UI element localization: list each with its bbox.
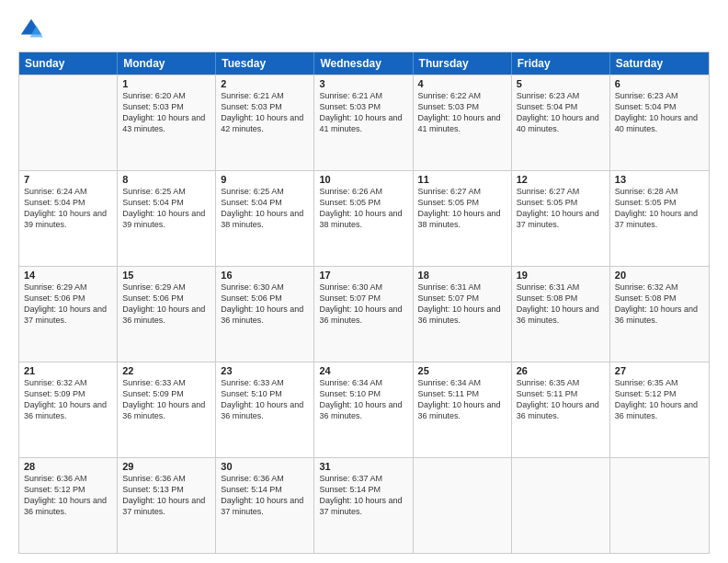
cell-info: Sunrise: 6:31 AMSunset: 5:08 PMDaylight:…	[517, 282, 605, 327]
header-day-sunday: Sunday	[19, 52, 118, 75]
cell-info: Sunrise: 6:35 AMSunset: 5:12 PMDaylight:…	[615, 377, 704, 422]
cell-day-number: 12	[517, 174, 605, 185]
cell-day-number: 1	[122, 78, 210, 89]
cell-info: Sunrise: 6:30 AMSunset: 5:07 PMDaylight:…	[319, 282, 407, 327]
calendar-cell	[610, 458, 709, 553]
calendar-cell: 31Sunrise: 6:37 AMSunset: 5:14 PMDayligh…	[314, 458, 413, 553]
calendar-cell: 25Sunrise: 6:34 AMSunset: 5:11 PMDayligh…	[414, 362, 512, 457]
cell-day-number: 9	[221, 174, 309, 185]
calendar-body: 1Sunrise: 6:20 AMSunset: 5:03 PMDaylight…	[19, 75, 709, 553]
cell-day-number: 24	[319, 365, 407, 376]
calendar-cell: 16Sunrise: 6:30 AMSunset: 5:06 PMDayligh…	[216, 267, 314, 362]
header-day-saturday: Saturday	[610, 52, 709, 75]
cell-day-number: 26	[517, 365, 605, 376]
cell-day-number: 31	[319, 461, 407, 472]
calendar-cell: 10Sunrise: 6:26 AMSunset: 5:05 PMDayligh…	[314, 171, 413, 266]
logo-icon	[18, 17, 44, 42]
cell-info: Sunrise: 6:33 AMSunset: 5:09 PMDaylight:…	[122, 377, 210, 422]
cell-day-number: 29	[122, 461, 210, 472]
cell-info: Sunrise: 6:30 AMSunset: 5:06 PMDaylight:…	[221, 282, 309, 327]
cell-day-number: 5	[517, 78, 605, 89]
calendar: SundayMondayTuesdayWednesdayThursdayFrid…	[18, 52, 710, 554]
cell-info: Sunrise: 6:34 AMSunset: 5:11 PMDaylight:…	[418, 377, 506, 422]
calendar-cell: 20Sunrise: 6:32 AMSunset: 5:08 PMDayligh…	[610, 267, 709, 362]
calendar-cell: 23Sunrise: 6:33 AMSunset: 5:10 PMDayligh…	[216, 362, 314, 457]
cell-day-number: 18	[418, 270, 506, 281]
cell-info: Sunrise: 6:34 AMSunset: 5:10 PMDaylight:…	[319, 377, 407, 422]
cell-day-number: 10	[319, 174, 407, 185]
calendar-cell: 22Sunrise: 6:33 AMSunset: 5:09 PMDayligh…	[118, 362, 216, 457]
cell-info: Sunrise: 6:35 AMSunset: 5:11 PMDaylight:…	[517, 377, 605, 422]
cell-info: Sunrise: 6:29 AMSunset: 5:06 PMDaylight:…	[24, 282, 112, 327]
calendar-cell: 26Sunrise: 6:35 AMSunset: 5:11 PMDayligh…	[512, 362, 610, 457]
cell-day-number: 17	[319, 270, 407, 281]
cell-info: Sunrise: 6:27 AMSunset: 5:05 PMDaylight:…	[418, 186, 506, 231]
calendar-cell: 8Sunrise: 6:25 AMSunset: 5:04 PMDaylight…	[118, 171, 216, 266]
calendar-week-5: 28Sunrise: 6:36 AMSunset: 5:12 PMDayligh…	[19, 457, 709, 553]
calendar-cell: 9Sunrise: 6:25 AMSunset: 5:04 PMDaylight…	[216, 171, 314, 266]
calendar-cell: 29Sunrise: 6:36 AMSunset: 5:13 PMDayligh…	[118, 458, 216, 553]
calendar-cell: 19Sunrise: 6:31 AMSunset: 5:08 PMDayligh…	[512, 267, 610, 362]
calendar-header: SundayMondayTuesdayWednesdayThursdayFrid…	[19, 52, 709, 75]
calendar-cell: 28Sunrise: 6:36 AMSunset: 5:12 PMDayligh…	[19, 458, 118, 553]
calendar-cell: 24Sunrise: 6:34 AMSunset: 5:10 PMDayligh…	[314, 362, 413, 457]
cell-day-number: 30	[221, 461, 309, 472]
cell-info: Sunrise: 6:20 AMSunset: 5:03 PMDaylight:…	[122, 90, 210, 135]
calendar-cell	[19, 75, 118, 170]
calendar-cell: 21Sunrise: 6:32 AMSunset: 5:09 PMDayligh…	[19, 362, 118, 457]
cell-info: Sunrise: 6:36 AMSunset: 5:13 PMDaylight:…	[122, 473, 210, 518]
calendar-cell: 13Sunrise: 6:28 AMSunset: 5:05 PMDayligh…	[610, 171, 709, 266]
cell-info: Sunrise: 6:32 AMSunset: 5:09 PMDaylight:…	[24, 377, 112, 422]
cell-info: Sunrise: 6:25 AMSunset: 5:04 PMDaylight:…	[122, 186, 210, 231]
cell-info: Sunrise: 6:23 AMSunset: 5:04 PMDaylight:…	[517, 90, 605, 135]
cell-info: Sunrise: 6:32 AMSunset: 5:08 PMDaylight:…	[615, 282, 704, 327]
calendar-cell: 1Sunrise: 6:20 AMSunset: 5:03 PMDaylight…	[118, 75, 216, 170]
cell-info: Sunrise: 6:36 AMSunset: 5:12 PMDaylight:…	[24, 473, 112, 518]
cell-day-number: 27	[615, 365, 704, 376]
cell-info: Sunrise: 6:31 AMSunset: 5:07 PMDaylight:…	[418, 282, 506, 327]
cell-info: Sunrise: 6:37 AMSunset: 5:14 PMDaylight:…	[319, 473, 407, 518]
cell-day-number: 15	[122, 270, 210, 281]
calendar-cell: 4Sunrise: 6:22 AMSunset: 5:03 PMDaylight…	[414, 75, 512, 170]
cell-day-number: 11	[418, 174, 506, 185]
cell-day-number: 22	[122, 365, 210, 376]
cell-day-number: 25	[418, 365, 506, 376]
cell-info: Sunrise: 6:21 AMSunset: 5:03 PMDaylight:…	[221, 90, 309, 135]
cell-info: Sunrise: 6:27 AMSunset: 5:05 PMDaylight:…	[517, 186, 605, 231]
cell-day-number: 23	[221, 365, 309, 376]
header-day-thursday: Thursday	[414, 52, 512, 75]
cell-day-number: 14	[24, 270, 112, 281]
cell-day-number: 8	[122, 174, 210, 185]
calendar-cell	[414, 458, 512, 553]
cell-day-number: 6	[615, 78, 704, 89]
cell-day-number: 3	[319, 78, 407, 89]
cell-day-number: 19	[517, 270, 605, 281]
calendar-cell: 17Sunrise: 6:30 AMSunset: 5:07 PMDayligh…	[314, 267, 413, 362]
cell-day-number: 4	[418, 78, 506, 89]
calendar-cell: 27Sunrise: 6:35 AMSunset: 5:12 PMDayligh…	[610, 362, 709, 457]
calendar-cell: 30Sunrise: 6:36 AMSunset: 5:14 PMDayligh…	[216, 458, 314, 553]
calendar-cell	[512, 458, 610, 553]
header	[18, 17, 710, 42]
cell-info: Sunrise: 6:24 AMSunset: 5:04 PMDaylight:…	[24, 186, 112, 231]
cell-info: Sunrise: 6:25 AMSunset: 5:04 PMDaylight:…	[221, 186, 309, 231]
calendar-cell: 3Sunrise: 6:21 AMSunset: 5:03 PMDaylight…	[314, 75, 413, 170]
cell-day-number: 21	[24, 365, 112, 376]
calendar-cell: 6Sunrise: 6:23 AMSunset: 5:04 PMDaylight…	[610, 75, 709, 170]
cell-info: Sunrise: 6:36 AMSunset: 5:14 PMDaylight:…	[221, 473, 309, 518]
cell-info: Sunrise: 6:33 AMSunset: 5:10 PMDaylight:…	[221, 377, 309, 422]
calendar-cell: 5Sunrise: 6:23 AMSunset: 5:04 PMDaylight…	[512, 75, 610, 170]
calendar-week-2: 7Sunrise: 6:24 AMSunset: 5:04 PMDaylight…	[19, 170, 709, 266]
header-day-wednesday: Wednesday	[314, 52, 413, 75]
cell-day-number: 7	[24, 174, 112, 185]
cell-info: Sunrise: 6:26 AMSunset: 5:05 PMDaylight:…	[319, 186, 407, 231]
calendar-cell: 11Sunrise: 6:27 AMSunset: 5:05 PMDayligh…	[414, 171, 512, 266]
calendar-cell: 7Sunrise: 6:24 AMSunset: 5:04 PMDaylight…	[19, 171, 118, 266]
cell-day-number: 16	[221, 270, 309, 281]
cell-info: Sunrise: 6:28 AMSunset: 5:05 PMDaylight:…	[615, 186, 704, 231]
cell-info: Sunrise: 6:22 AMSunset: 5:03 PMDaylight:…	[418, 90, 506, 135]
cell-info: Sunrise: 6:23 AMSunset: 5:04 PMDaylight:…	[615, 90, 704, 135]
cell-day-number: 28	[24, 461, 112, 472]
header-day-friday: Friday	[512, 52, 610, 75]
cell-info: Sunrise: 6:21 AMSunset: 5:03 PMDaylight:…	[319, 90, 407, 135]
